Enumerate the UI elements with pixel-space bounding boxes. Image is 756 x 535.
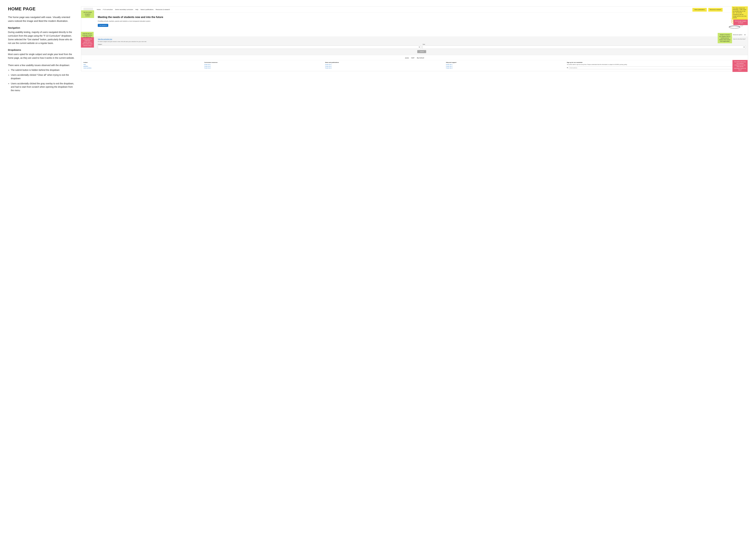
- nav-resources[interactable]: Resources & research: [156, 9, 170, 10]
- nav-f10[interactable]: F-10 curriculum: [103, 9, 113, 10]
- quick-edit-bar: Quick edit Advanced options ⚙: [81, 34, 748, 37]
- myschool-logo: My School: [417, 57, 424, 59]
- hero-subtitle: Providing schools, teachers, parents and…: [98, 20, 722, 22]
- svg-point-5: [729, 26, 740, 28]
- footer-col-3-link-2[interactable]: Footer link 2: [325, 66, 444, 67]
- nap-logo: NAP: [411, 57, 415, 59]
- website-mockup: Home F-10 curriculum Senior secondary cu…: [81, 6, 748, 71]
- simpler-ui-note: Simpler UI lessens the cognitive load on…: [718, 33, 732, 43]
- site-nav: Home F-10 curriculum Senior secondary cu…: [81, 7, 748, 13]
- year-label: Year: [422, 43, 746, 45]
- footer-columns: iculum reas pabilities culum priorities …: [83, 62, 746, 69]
- selector-description: Or select subject and year levels to vie…: [98, 41, 746, 42]
- colour-choices-note: The colour choices are interesting - a l…: [732, 6, 748, 19]
- bullet-item-1: The submit button is hidden behind the d…: [11, 69, 75, 72]
- footer-col-1-link-1[interactable]: reas: [83, 64, 203, 65]
- left-panel: HOME PAGE The home page was navigated wi…: [8, 6, 75, 94]
- hero-text: Meeting the needs of students now and in…: [83, 15, 722, 27]
- dropdowns-heading: Dropdowns: [8, 48, 75, 51]
- year-selector-group: Year: [422, 43, 746, 49]
- footer-col-1-link-3[interactable]: culum priorities: [83, 67, 203, 69]
- footer-col-3-link-1[interactable]: Footer link 1: [325, 64, 444, 65]
- selectors-row: Subject Year: [98, 43, 746, 49]
- hero-section: Liked the fact you could get to where yo…: [81, 13, 748, 34]
- bullet-item-3: Users accidentally clicked the gray over…: [11, 82, 75, 92]
- newsletter-title: Sign up for our newsletter: [567, 62, 746, 63]
- like-navigation-note: Like the simple navigation function: [81, 10, 94, 18]
- subject-selector-group: Subject: [98, 43, 421, 49]
- dropdowns-body-2: There were a few usability issues observ…: [8, 64, 75, 67]
- intro-text: The home page was navigated with ease. V…: [8, 15, 75, 23]
- navigation-heading: Navigation: [8, 26, 75, 29]
- not-enough-imagery-note: Not enough imagery of people: [733, 19, 748, 25]
- footer-col-resources: Curriculum resources Footer link 1 Foote…: [204, 62, 323, 69]
- page-title: HOME PAGE: [8, 6, 75, 12]
- advanced-options-tab[interactable]: Advanced options: [732, 34, 743, 36]
- nav-home[interactable]: Home: [97, 9, 101, 10]
- subject-label: Subject: [98, 43, 421, 45]
- email-input[interactable]: [569, 67, 741, 69]
- footer-col-2-link-3[interactable]: Footer link 3: [204, 67, 323, 69]
- footer-col-4-title: Help and support: [446, 62, 565, 63]
- footer-logos: acara NAP My School: [83, 57, 746, 60]
- first-time-row: Here for the first time? Take the curric…: [98, 38, 746, 40]
- footer-col-help: Help and support Footer link 1 Footer li…: [446, 62, 565, 69]
- news-publications-note: News publications: [692, 8, 707, 12]
- footer-col-2-link-1[interactable]: Footer link 1: [204, 64, 323, 65]
- footer-col-curriculum: iculum reas pabilities culum priorities: [83, 62, 203, 69]
- navigation-body: During usability testing, majority of us…: [8, 30, 75, 45]
- would-prefer-note: Would prefer the subjects/yr selector fi…: [81, 37, 94, 47]
- newsletter-text: You will be able to opt-out at any time.…: [567, 64, 746, 66]
- footer-col-2-link-2[interactable]: Footer link 2: [204, 66, 323, 67]
- selector-section: Would prefer the subjects/yr selector fi…: [81, 37, 748, 55]
- footer-col-2-title: Curriculum resources: [204, 62, 323, 63]
- bottom-third-note: The bottom third looks very cluttered co…: [733, 60, 747, 72]
- email-icon: ✉: [567, 67, 568, 69]
- footer-col-4-link-1[interactable]: Footer link 1: [446, 64, 565, 65]
- hero-title: Meeting the needs of students now and in…: [98, 15, 722, 19]
- email-row: ✉ Sub: [567, 67, 746, 69]
- footer-col-news: News and publications Footer link 1 Foot…: [325, 62, 444, 69]
- dropdowns-body: Most users opted for single subject and …: [8, 52, 75, 60]
- nav-senior[interactable]: Senior secondary curriculum: [115, 9, 133, 10]
- footer-col-1-link-2[interactable]: pabilities: [83, 66, 203, 67]
- year-dropdown[interactable]: [422, 45, 746, 49]
- dropdown-issues-list: The submit button is hidden behind the d…: [8, 69, 75, 92]
- subject-dropdown[interactable]: [98, 45, 421, 49]
- get-started-button[interactable]: Get started ▾: [98, 24, 108, 27]
- resources-research-note: Resources research: [708, 8, 723, 12]
- site-footer: acara NAP My School iculum reas pabiliti…: [81, 55, 748, 71]
- submit-button[interactable]: Submit: [417, 50, 426, 53]
- curriculum-tour-link[interactable]: Take the curriculum tour: [98, 38, 112, 40]
- footer-col-3-link-3[interactable]: Footer link 3: [325, 67, 444, 69]
- footer-col-4-link-2[interactable]: Footer link 2: [446, 66, 565, 67]
- right-panel: Home F-10 curriculum Senior secondary cu…: [81, 6, 748, 71]
- svg-line-4: [731, 18, 731, 19]
- footer-col-1-title: iculum: [83, 62, 203, 63]
- nav-news[interactable]: News & publications: [141, 9, 153, 10]
- bullet-item-2: Users accidentally clicked "Clear all" w…: [11, 73, 75, 80]
- dropdowns-section: Most users opted for single subject and …: [8, 52, 75, 92]
- settings-icon[interactable]: ⚙: [744, 34, 746, 36]
- acara-logo: acara: [405, 57, 409, 59]
- footer-col-3-title: News and publications: [325, 62, 444, 63]
- nav-help[interactable]: Help: [135, 9, 138, 10]
- footer-col-4-link-3[interactable]: Footer link 3: [446, 67, 565, 69]
- footer-newsletter: Sign up for our newsletter You will be a…: [567, 62, 746, 69]
